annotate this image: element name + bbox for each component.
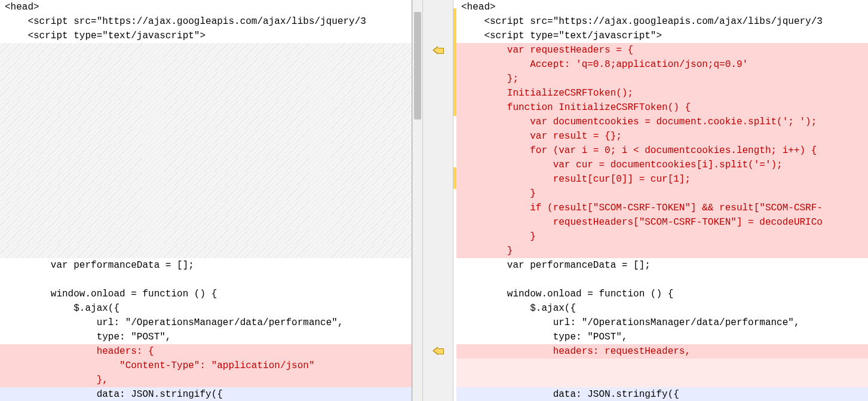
right-code-line[interactable]: requestHeaders["SCOM-CSRF-TOKEN"] = deco… [456, 215, 868, 229]
right-code-line[interactable]: if (result["SCOM-CSRF-TOKEN"] && result[… [456, 201, 868, 215]
right-code-line[interactable]: }; [456, 72, 868, 86]
left-code-line[interactable]: type: "POST", [0, 330, 412, 344]
right-code-line[interactable]: Accept: 'q=0.8;application/json;q=0.9' [456, 57, 868, 72]
right-code-line[interactable]: var result = {}; [456, 129, 868, 143]
left-scrollbar[interactable] [412, 0, 422, 401]
gutter-row [423, 358, 453, 372]
left-code-line[interactable]: var performanceData = []; [0, 258, 412, 273]
left-code-line[interactable]: "Content-Type": "application/json" [0, 359, 412, 373]
right-code-line[interactable]: var cur = documentcookies[i].split('='); [456, 158, 868, 172]
gutter-row [423, 372, 453, 387]
left-code-line[interactable] [0, 186, 412, 201]
gutter-row [423, 100, 453, 115]
gutter-row [423, 301, 453, 315]
left-code-line[interactable]: $.ajax({ [0, 301, 412, 316]
left-code-line[interactable] [0, 43, 412, 57]
right-code-line[interactable]: var performanceData = []; [456, 258, 868, 273]
gutter-row [423, 14, 453, 29]
gutter-row [423, 43, 453, 57]
gutter-row [423, 0, 453, 14]
left-code-line[interactable] [0, 115, 412, 129]
right-code-line[interactable]: url: "/OperationsManager/data/performanc… [456, 316, 868, 330]
left-code-line[interactable] [0, 86, 412, 100]
right-code-line[interactable] [456, 273, 868, 287]
gutter-row [423, 286, 453, 301]
scrollbar-thumb[interactable] [414, 12, 421, 120]
gutter-row [423, 57, 453, 72]
left-code-line[interactable]: headers: { [0, 344, 412, 359]
left-code-line[interactable] [0, 229, 412, 244]
right-code-line[interactable]: } [456, 244, 868, 258]
gutter-row [423, 201, 453, 215]
gutter-row [423, 86, 453, 100]
right-code-line[interactable]: type: "POST", [456, 330, 868, 344]
right-code-line[interactable]: data: JSON.stringify({ [456, 387, 868, 401]
gutter-row [423, 143, 453, 158]
left-code-line[interactable] [0, 100, 412, 115]
gutter-row [423, 315, 453, 329]
right-code-line[interactable]: <head> [456, 0, 868, 14]
left-code-line[interactable]: <script src="https://ajax.googleapis.com… [0, 14, 412, 29]
gutter-row [423, 72, 453, 86]
diff-viewer: <head> <script src="https://ajax.googlea… [0, 0, 868, 401]
gutter-row [423, 387, 453, 401]
gutter-row [423, 229, 453, 244]
left-code-line[interactable] [0, 72, 412, 86]
right-code-line[interactable]: function InitializeCSRFToken() { [456, 100, 868, 115]
right-code-line[interactable]: var requestHeaders = { [456, 43, 868, 57]
gutter-row [423, 115, 453, 129]
left-code-line[interactable] [0, 158, 412, 172]
right-code-line[interactable]: headers: requestHeaders, [456, 344, 868, 359]
gutter-row [423, 172, 453, 186]
left-code-line[interactable]: url: "/OperationsManager/data/performanc… [0, 316, 412, 330]
right-code-line[interactable]: <script type="text/javascript"> [456, 29, 868, 43]
left-pane: <head> <script src="https://ajax.googlea… [0, 0, 412, 401]
gutter-row [423, 129, 453, 143]
right-code-line[interactable]: window.onload = function () { [456, 287, 868, 301]
gutter-row [423, 29, 453, 43]
gutter-row [423, 186, 453, 201]
left-code-view[interactable]: <head> <script src="https://ajax.googlea… [0, 0, 412, 401]
right-code-line[interactable]: $.ajax({ [456, 301, 868, 316]
left-code-line[interactable] [0, 215, 412, 229]
left-code-line[interactable] [0, 244, 412, 258]
right-code-line[interactable]: } [456, 229, 868, 244]
right-pane: <head> <script src="https://ajax.googlea… [456, 0, 868, 401]
merge-gutter [422, 0, 453, 401]
right-code-line[interactable]: <script src="https://ajax.googleapis.com… [456, 14, 868, 29]
left-code-line[interactable] [0, 273, 412, 287]
right-code-line[interactable]: } [456, 186, 868, 201]
gutter-row [423, 344, 453, 358]
left-code-line[interactable]: window.onload = function () { [0, 287, 412, 301]
left-code-line[interactable]: }, [0, 373, 412, 387]
right-code-view[interactable]: <head> <script src="https://ajax.googlea… [456, 0, 868, 401]
right-code-line[interactable]: var documentcookies = document.cookie.sp… [456, 115, 868, 129]
gutter-row [423, 158, 453, 172]
merge-left-arrow-icon[interactable] [433, 46, 443, 54]
left-code-line[interactable] [0, 201, 412, 215]
left-code-line[interactable] [0, 172, 412, 186]
left-code-line[interactable]: data: JSON.stringify({ [0, 387, 412, 401]
left-code-line[interactable]: <script type="text/javascript"> [0, 29, 412, 43]
right-code-line[interactable]: result[cur[0]] = cur[1]; [456, 172, 868, 186]
left-code-line[interactable] [0, 143, 412, 158]
right-code-line[interactable]: InitializeCSRFToken(); [456, 86, 868, 100]
gutter-row [423, 272, 453, 286]
merge-left-arrow-icon[interactable] [433, 347, 443, 355]
left-code-line[interactable] [0, 57, 412, 72]
left-code-line[interactable]: <head> [0, 0, 412, 14]
gutter-row [423, 258, 453, 272]
gutter-row [423, 215, 453, 229]
gutter-row [423, 329, 453, 344]
gutter-row [423, 243, 453, 258]
right-code-line[interactable]: for (var i = 0; i < documentcookies.leng… [456, 143, 868, 158]
right-code-line[interactable] [456, 373, 868, 387]
left-code-line[interactable] [0, 129, 412, 143]
right-code-line[interactable] [456, 359, 868, 373]
